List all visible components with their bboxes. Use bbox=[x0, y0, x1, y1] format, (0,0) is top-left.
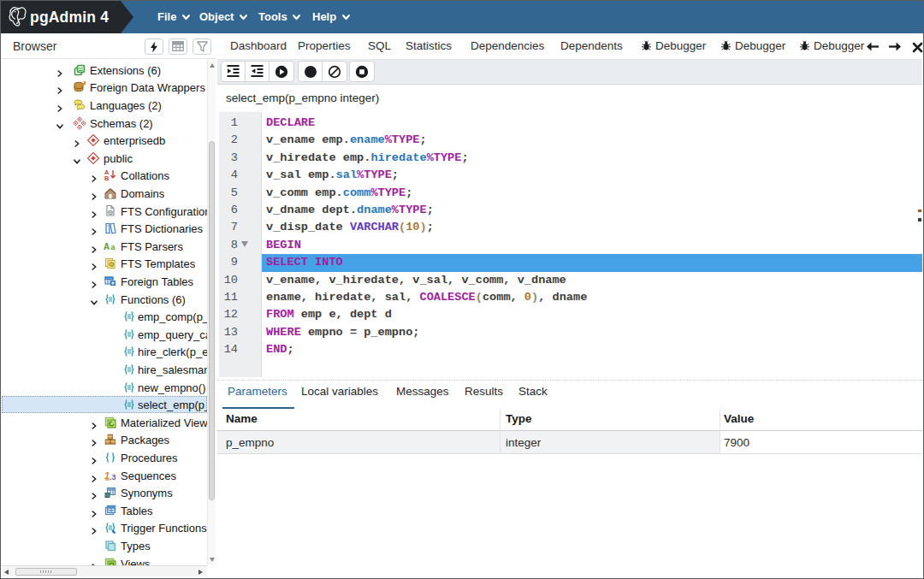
svg-text:.3: .3 bbox=[110, 473, 116, 482]
svg-text:Q: Q bbox=[110, 263, 115, 268]
svg-text:B: B bbox=[104, 174, 110, 182]
svg-text:a: a bbox=[111, 243, 116, 251]
svg-text:A: A bbox=[104, 242, 110, 251]
